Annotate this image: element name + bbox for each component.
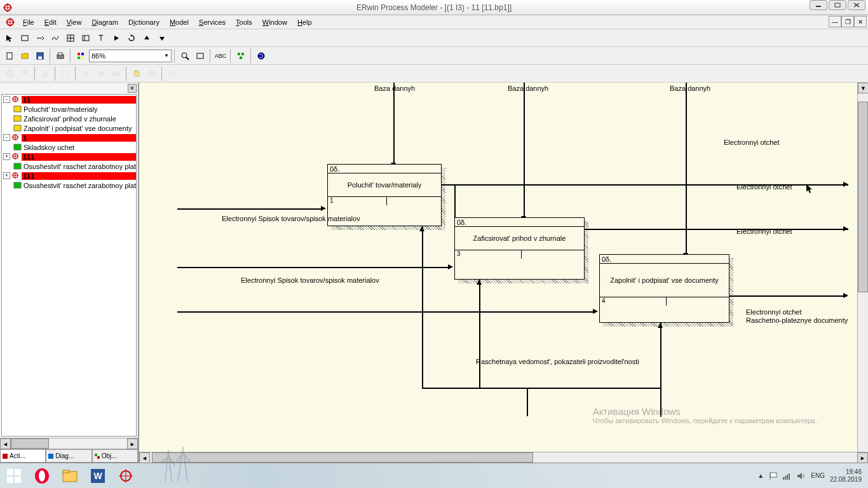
activity-box-2[interactable]: 0δ. Zaficsirovat' prihod v zhurnale 3 — [454, 217, 585, 280]
tree-item[interactable]: Zaficsirovat' prihod v zhurnale — [2, 114, 136, 123]
taskbar-opera[interactable] — [29, 464, 55, 487]
mdi-restore-button[interactable]: ❐ — [841, 16, 854, 27]
taskbar-word[interactable]: W — [85, 464, 111, 487]
close-button[interactable] — [848, 0, 865, 10]
side-hscrollbar[interactable]: ◄ ► — [0, 438, 138, 449]
arrow-tool[interactable] — [33, 31, 47, 45]
tree-expand-icon[interactable]: + — [3, 153, 10, 160]
scroll-left-button[interactable]: ◄ — [0, 438, 11, 449]
label-elec-otchet1: Electronnyi otchet — [724, 139, 779, 146]
taskbar-explorer[interactable] — [57, 464, 83, 487]
taskbar-erwin[interactable] — [113, 464, 139, 487]
spellcheck-button[interactable]: ABC — [214, 49, 227, 63]
tree-item[interactable]: Skladskoy uchet — [2, 142, 136, 152]
scroll-thumb[interactable] — [11, 438, 49, 449]
menu-edit[interactable]: Edit — [39, 17, 62, 27]
svg-rect-24 — [78, 57, 80, 59]
activity-icon — [13, 144, 22, 151]
tab-diagrams[interactable]: Diag... — [46, 449, 92, 463]
tree-item[interactable]: Osushestvit' raschet zarabotnoy platy — [2, 180, 136, 190]
tree-item[interactable]: +111 — [2, 171, 136, 180]
tree-item[interactable]: Zapolnit' i podpisat' vse documenty — [2, 123, 136, 133]
activity-icon — [13, 105, 22, 112]
go-tool[interactable] — [109, 31, 123, 45]
open-button[interactable] — [18, 49, 32, 63]
svg-rect-35 — [43, 74, 47, 77]
rotate-tool[interactable] — [125, 31, 139, 45]
tab-objects[interactable]: Obj... — [92, 449, 138, 463]
svg-rect-48 — [14, 116, 21, 121]
label-elec-otchet3: Electronnyi otchet — [736, 227, 792, 235]
tray-clock[interactable]: 19:46 22.08.2019 — [830, 468, 862, 484]
menu-tools[interactable]: Tools — [231, 17, 257, 27]
zoom-combo[interactable]: 86% ▼ — [89, 50, 172, 62]
svg-rect-47 — [14, 106, 21, 112]
start-button[interactable] — [1, 464, 27, 487]
text-tool[interactable]: T — [94, 31, 108, 45]
new-button[interactable] — [3, 49, 17, 63]
toolbar-standard: 86% ▼ ABC — [0, 47, 868, 65]
model-explorer-button[interactable] — [234, 49, 248, 63]
tray-network-icon[interactable] — [783, 472, 792, 480]
external-ref-tool[interactable] — [64, 31, 78, 45]
tree-item[interactable]: +111 — [2, 152, 136, 161]
zoom-value: 86% — [92, 52, 105, 60]
tray-up-icon[interactable]: ▲ — [757, 472, 764, 479]
scroll-right-button[interactable]: ► — [127, 438, 138, 449]
menu-services[interactable]: Services — [194, 17, 231, 27]
zoom-fit-button[interactable] — [193, 49, 207, 63]
canvas-vscrollbar[interactable]: ▲ ▼ — [857, 83, 868, 452]
menu-file[interactable]: File — [18, 17, 39, 27]
tray-volume-icon[interactable] — [797, 472, 806, 480]
tree-item[interactable]: -1 — [2, 133, 136, 142]
svg-point-43 — [170, 71, 175, 76]
side-tabs: Acti... Diag... Obj... — [0, 449, 138, 463]
tray-flag-icon[interactable] — [769, 471, 778, 480]
tray-lang[interactable]: ENG — [811, 472, 825, 479]
mdi-icon — [5, 17, 15, 27]
menu-model[interactable]: Model — [165, 17, 194, 27]
svg-rect-22 — [78, 53, 80, 55]
color-button[interactable] — [74, 49, 88, 63]
diagram-icon — [11, 134, 20, 141]
tree-item[interactable]: -11 — [2, 95, 136, 104]
tree-expand-icon[interactable]: - — [3, 134, 10, 141]
tree-expand-icon[interactable]: + — [3, 172, 10, 179]
tree-item[interactable]: Poluchit' tovar/materialy — [2, 104, 136, 114]
menu-window[interactable]: Window — [257, 17, 292, 27]
mm-btn7[interactable] — [130, 67, 144, 81]
minimize-button[interactable] — [810, 0, 827, 10]
down-tool[interactable] — [155, 31, 169, 45]
zoom-in-button[interactable] — [178, 49, 192, 63]
panel-close-button[interactable]: ✕ — [128, 84, 137, 93]
maximize-button[interactable] — [829, 0, 846, 10]
model-tree[interactable]: -11Poluchit' tovar/materialyZaficsirovat… — [1, 94, 137, 437]
pointer-tool[interactable] — [3, 31, 17, 45]
menu-diagram[interactable]: Diagram — [86, 17, 123, 27]
datastore-tool[interactable] — [79, 31, 93, 45]
tree-item[interactable]: Osushestvit' raschet zarabotnoy platy — [2, 161, 136, 171]
print-button[interactable] — [53, 49, 67, 63]
activity-box-3[interactable]: 0δ. Zapolnit' i podpisat' vse documenty … — [599, 254, 729, 323]
tab-activities[interactable]: Acti... — [0, 449, 46, 463]
svg-rect-19 — [38, 57, 42, 59]
mdi-close-button[interactable]: ✕ — [854, 16, 867, 27]
mdi-minimize-button[interactable]: — — [829, 16, 841, 27]
menu-help[interactable]: Help — [292, 17, 317, 27]
save-button[interactable] — [33, 49, 47, 63]
svg-rect-64 — [95, 454, 97, 456]
svg-rect-84 — [789, 473, 790, 480]
svg-rect-62 — [3, 454, 8, 459]
menu-dictionary[interactable]: Dictionary — [123, 17, 165, 27]
menu-view[interactable]: View — [62, 17, 87, 27]
activity-tool[interactable] — [18, 31, 32, 45]
activity-icon — [13, 125, 22, 132]
app-icon — [3, 3, 13, 13]
canvas-hscrollbar[interactable]: ◄ ► — [139, 452, 868, 463]
up-tool[interactable] — [140, 31, 154, 45]
refresh-button[interactable] — [254, 49, 268, 63]
squiggle-tool[interactable] — [48, 31, 62, 45]
diagram-canvas[interactable]: Baza dannyh Baza dannyh Baza dannyh 0δ. … — [139, 83, 868, 463]
tree-expand-icon[interactable]: - — [3, 96, 10, 103]
svg-rect-61 — [14, 182, 21, 188]
